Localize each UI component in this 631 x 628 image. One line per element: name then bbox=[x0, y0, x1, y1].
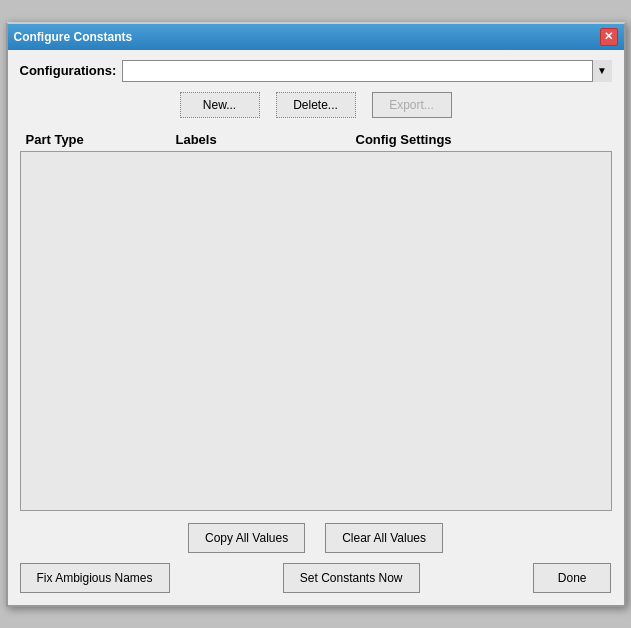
configurations-select[interactable] bbox=[122, 60, 611, 82]
window-body: Configurations: ▼ New... Delete... Expor… bbox=[8, 50, 624, 605]
title-bar: Configure Constants ✕ bbox=[8, 24, 624, 50]
close-button[interactable]: ✕ bbox=[600, 28, 618, 46]
set-constants-now-button[interactable]: Set Constants Now bbox=[283, 563, 420, 593]
toolbar-button-row: New... Delete... Export... bbox=[20, 92, 612, 118]
col-labels: Labels bbox=[176, 132, 356, 147]
delete-button[interactable]: Delete... bbox=[276, 92, 356, 118]
configure-constants-window: Configure Constants ✕ Configurations: ▼ … bbox=[6, 22, 626, 607]
col-config-settings: Config Settings bbox=[356, 132, 606, 147]
config-label: Configurations: bbox=[20, 63, 117, 78]
fix-ambiguous-names-button[interactable]: Fix Ambigious Names bbox=[20, 563, 170, 593]
table-header: Part Type Labels Config Settings bbox=[20, 128, 612, 151]
col-part-type: Part Type bbox=[26, 132, 176, 147]
window-title: Configure Constants bbox=[14, 30, 133, 44]
config-row: Configurations: ▼ bbox=[20, 60, 612, 82]
final-buttons-row: Fix Ambigious Names Set Constants Now Do… bbox=[20, 563, 612, 593]
done-button[interactable]: Done bbox=[533, 563, 612, 593]
configurations-dropdown-wrapper: ▼ bbox=[122, 60, 611, 82]
export-button[interactable]: Export... bbox=[372, 92, 452, 118]
table-area bbox=[20, 151, 612, 511]
clear-all-values-button[interactable]: Clear All Values bbox=[325, 523, 443, 553]
copy-all-values-button[interactable]: Copy All Values bbox=[188, 523, 305, 553]
value-buttons-row: Copy All Values Clear All Values bbox=[20, 523, 612, 553]
new-button[interactable]: New... bbox=[180, 92, 260, 118]
